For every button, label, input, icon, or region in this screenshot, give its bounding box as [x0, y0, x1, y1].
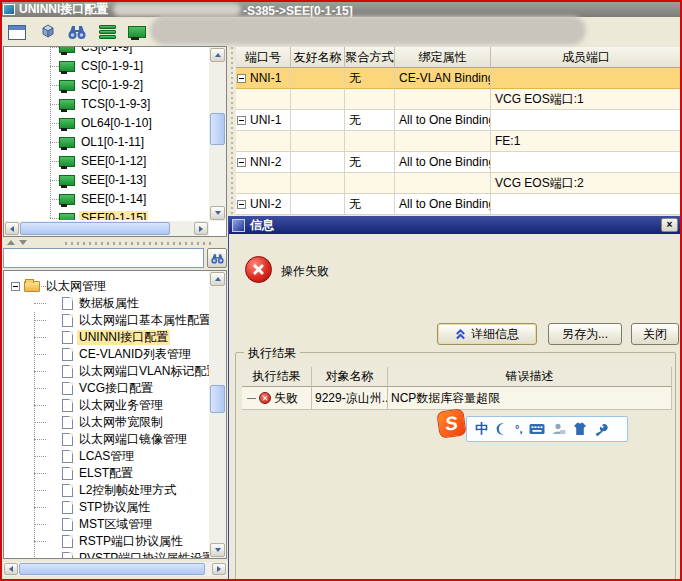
document-icon [62, 399, 73, 412]
tree-search-input[interactable] [3, 248, 204, 268]
tree-item-ce-vlanid[interactable]: CE-VLANID列表管理 [4, 346, 209, 363]
details-button[interactable]: 详细信息 [437, 323, 537, 345]
info-dialog-icon [232, 219, 245, 232]
tree-item-cs-0-1-9[interactable]: CS[0-1-9] [4, 47, 208, 57]
tree-item-sc-0-1-9-2[interactable]: SC[0-1-9-2] [4, 76, 208, 95]
function-tree-vscrollbar[interactable] [209, 271, 226, 558]
header-object-name[interactable]: 对象名称 [312, 367, 388, 387]
header-friendly-name[interactable]: 友好名称 [291, 47, 345, 68]
tree-item-databoard-attr[interactable]: 数据板属性 [4, 295, 209, 312]
device-card-icon [59, 47, 75, 53]
title-bar[interactable]: UNINNI接口配置 -S385->SEE[0-1-15] [0, 0, 682, 17]
result-group-box: 执行结果 执行结果 对象名称 错误描述 ✕ 失败 9229-凉山州... NCP… [235, 352, 676, 581]
table-row-nni-2[interactable]: NNI-2 无 All to One Binding [236, 152, 682, 173]
header-port[interactable]: 端口号 [236, 47, 291, 68]
tree-item-elst[interactable]: ELST配置 [4, 465, 209, 482]
dialog-title-bar[interactable]: 信息 × [229, 216, 682, 234]
cube-icon [37, 23, 57, 41]
tree-item-lcas[interactable]: LCAS管理 [4, 448, 209, 465]
tree-item-eth-service[interactable]: 以太网业务管理 [4, 397, 209, 414]
tree-connector-line [247, 398, 256, 399]
close-icon[interactable]: × [661, 218, 678, 232]
tree-item-see-0-1-13[interactable]: SEE[0-1-13] [4, 171, 208, 190]
components-icon[interactable] [36, 21, 58, 43]
collapse-icon[interactable] [237, 158, 246, 167]
header-exec-result[interactable]: 执行结果 [242, 367, 312, 387]
tree-item-rstp[interactable]: RSTP端口协议属性 [4, 533, 209, 550]
scroll-down-button[interactable] [210, 543, 225, 557]
document-icon [62, 450, 73, 463]
device-tree-hscrollbar[interactable] [4, 221, 209, 236]
tree-item-uninni-config[interactable]: UNINNI接口配置 [4, 329, 209, 346]
tree-item-see-0-1-14[interactable]: SEE[0-1-14] [4, 190, 208, 209]
table-row-uni-1[interactable]: UNI-1 无 All to One Binding [236, 110, 682, 131]
app-icon [3, 4, 15, 15]
tree-item-eth-port-basic[interactable]: 以太网端口基本属性配置 [4, 312, 209, 329]
tree-item-vlan-tag[interactable]: 以太网端口VLAN标记配置 [4, 363, 209, 380]
chinese-mode-icon[interactable]: 中 [475, 420, 488, 438]
collapse-icon[interactable] [11, 282, 20, 291]
scroll-right-button[interactable] [194, 222, 208, 235]
tree-item-see-0-1-15[interactable]: SEE[0-1-15] [4, 209, 208, 220]
tree-item-port-mirror[interactable]: 以太网端口镜像管理 [4, 431, 209, 448]
tree-item-mst[interactable]: MST区域管理 [4, 516, 209, 533]
device-card-icon [59, 175, 75, 186]
table-row-member[interactable]: VCG EOS端口:2 [236, 173, 682, 194]
tree-item-ol64-0-1-10[interactable]: OL64[0-1-10] [4, 114, 208, 133]
left-panel-hscrollbar[interactable] [3, 562, 227, 576]
tree-item-pvstp[interactable]: PVSTP端口协议属性设置 [4, 550, 209, 558]
header-binding[interactable]: 绑定属性 [395, 47, 491, 68]
blur-smudge [113, 3, 241, 16]
account-icon[interactable] [552, 422, 566, 436]
scroll-thumb[interactable] [210, 113, 225, 145]
scroll-thumb[interactable] [210, 385, 225, 413]
tree-item-ethernet-mgmt[interactable]: 以太网管理 [4, 278, 209, 295]
tree-item-l2-control[interactable]: L2控制帧处理方式 [4, 482, 209, 499]
splitter-up-icon[interactable] [7, 240, 15, 245]
device-card-icon [59, 118, 75, 129]
header-member-port[interactable]: 成员端口 [491, 47, 682, 68]
tree-item-ol1-0-1-11[interactable]: OL1[0-1-11] [4, 133, 208, 152]
sogou-logo[interactable]: S [436, 408, 466, 438]
table-row-nni-1[interactable]: NNI-1 无 CE-VLAN Binding [236, 68, 682, 89]
punctuation-icon[interactable]: °, [515, 423, 522, 435]
device-tree-vscrollbar[interactable] [209, 47, 226, 221]
collapse-icon[interactable] [237, 74, 246, 83]
tree-item-cs-0-1-9-1[interactable]: CS[0-1-9-1] [4, 57, 208, 76]
collapse-icon[interactable] [237, 116, 246, 125]
list-view-icon[interactable] [96, 21, 118, 43]
search-button[interactable] [207, 248, 227, 268]
result-row[interactable]: ✕ 失败 9229-凉山州... NCP数据库容量超限 [242, 387, 672, 410]
table-row-uni-2[interactable]: UNI-2 无 All to One Binding [236, 194, 682, 215]
tree-item-stp[interactable]: STP协议属性 [4, 499, 209, 516]
table-row-member[interactable]: FE:1 [236, 131, 682, 152]
dialog-close-button[interactable]: 关闭 [631, 323, 679, 345]
fullwidth-moon-icon[interactable] [495, 422, 508, 436]
splitter-down-icon[interactable] [19, 240, 27, 245]
scroll-left-button[interactable] [4, 563, 18, 575]
panel-splitter[interactable] [3, 238, 227, 248]
scroll-down-button[interactable] [210, 206, 225, 220]
soft-keyboard-icon[interactable] [529, 423, 545, 435]
tree-item-vcg-config[interactable]: VCG接口配置 [4, 380, 209, 397]
tree-item-tcs-0-1-9-3[interactable]: TCS[0-1-9-3] [4, 95, 208, 114]
binoculars-icon[interactable] [66, 21, 88, 43]
scroll-right-button[interactable] [212, 563, 226, 575]
table-drag-strip[interactable] [228, 47, 236, 216]
settings-wrench-icon[interactable] [594, 422, 608, 436]
tree-item-bandwidth-limit[interactable]: 以太网带宽限制 [4, 414, 209, 431]
tree-item-see-0-1-12[interactable]: SEE[0-1-12] [4, 152, 208, 171]
device-board-icon[interactable] [126, 21, 148, 43]
table-row-member[interactable]: VCG EOS端口:1 [236, 89, 682, 110]
header-error-desc[interactable]: 错误描述 [388, 367, 672, 387]
scroll-up-button[interactable] [210, 272, 225, 286]
scroll-up-button[interactable] [210, 48, 225, 62]
header-aggregation[interactable]: 聚合方式 [345, 47, 395, 68]
skin-shirt-icon[interactable] [573, 422, 587, 436]
window-icon[interactable] [6, 21, 28, 43]
scroll-thumb[interactable] [20, 222, 170, 235]
save-as-button[interactable]: 另存为... [548, 323, 622, 345]
scroll-left-button[interactable] [5, 222, 19, 235]
scroll-thumb[interactable] [19, 563, 205, 575]
collapse-icon[interactable] [237, 200, 246, 209]
